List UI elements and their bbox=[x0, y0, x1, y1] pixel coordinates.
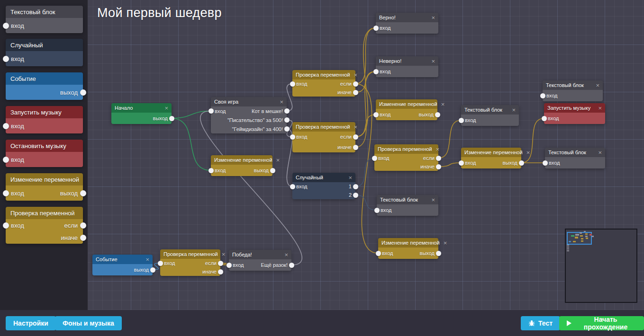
node-n_zapustit[interactable]: Запустить музыку×вход bbox=[544, 103, 605, 124]
node-n_izm_mid[interactable]: Изменение переменной×входвыход bbox=[376, 99, 437, 120]
start-playthrough-button[interactable]: Начать прохождение bbox=[559, 316, 644, 330]
close-icon[interactable]: × bbox=[512, 107, 516, 113]
node-n_tb_tr[interactable]: Текстовый блок×вход bbox=[543, 80, 603, 101]
close-icon[interactable]: × bbox=[526, 150, 530, 156]
input-port[interactable] bbox=[459, 160, 464, 166]
minimap[interactable] bbox=[565, 229, 637, 303]
settings-button[interactable]: Настройки bbox=[6, 316, 56, 330]
node-n_pobeda[interactable]: Победа!×входЕщё разок! bbox=[229, 250, 291, 271]
output-port[interactable] bbox=[353, 193, 358, 198]
output-port[interactable] bbox=[436, 156, 441, 161]
output-port[interactable] bbox=[80, 222, 86, 229]
node-n_tb_sl[interactable]: Текстовый блок×вход bbox=[377, 195, 438, 216]
input-port[interactable] bbox=[372, 156, 377, 161]
input-port[interactable] bbox=[3, 123, 9, 129]
input-port[interactable] bbox=[459, 118, 464, 123]
output-port[interactable] bbox=[519, 160, 524, 166]
node-n_prov2[interactable]: Проверка переменной×входеслииначе bbox=[292, 122, 355, 152]
output-port[interactable] bbox=[436, 251, 441, 256]
close-icon[interactable]: × bbox=[598, 150, 602, 156]
input-port[interactable] bbox=[290, 184, 295, 189]
input-port[interactable] bbox=[3, 56, 9, 62]
palette-item-p_text[interactable]: Текстовый блоквход bbox=[6, 6, 83, 33]
close-icon[interactable]: × bbox=[164, 105, 168, 111]
close-icon[interactable]: × bbox=[354, 124, 358, 130]
node-n_start[interactable]: Начало×выход bbox=[111, 103, 172, 124]
node-n_prov_bl[interactable]: Проверка переменной×входеслииначе bbox=[160, 249, 220, 276]
node-n_tb_br[interactable]: Текстовый блок×вход bbox=[545, 148, 605, 168]
node-n_tb_mid[interactable]: Текстовый блок×вход bbox=[461, 105, 519, 126]
close-icon[interactable]: × bbox=[598, 105, 602, 111]
input-port[interactable] bbox=[3, 190, 9, 196]
input-port[interactable] bbox=[542, 116, 547, 121]
input-port[interactable] bbox=[376, 251, 381, 256]
node-n_prov3[interactable]: Проверка переменной×входеслииначе bbox=[374, 144, 438, 171]
input-port[interactable] bbox=[227, 263, 232, 268]
close-icon[interactable]: × bbox=[348, 175, 352, 181]
input-port[interactable] bbox=[374, 208, 380, 213]
node-n_neverno[interactable]: Неверно!×вход bbox=[376, 56, 438, 77]
input-port[interactable] bbox=[3, 23, 9, 29]
output-port[interactable] bbox=[80, 235, 86, 241]
close-icon[interactable]: × bbox=[284, 252, 288, 258]
output-port[interactable] bbox=[169, 116, 174, 121]
close-icon[interactable]: × bbox=[444, 240, 447, 246]
node-n_izm1[interactable]: Изменение переменной×входвыход bbox=[211, 155, 272, 176]
input-port[interactable] bbox=[3, 157, 9, 163]
palette-item-p_stop[interactable]: Остановить музыкувход bbox=[6, 140, 83, 167]
node-n_izm5[interactable]: Изменение переменной×входвыход bbox=[378, 238, 438, 259]
output-port[interactable] bbox=[284, 117, 290, 123]
palette-item-p_setvar[interactable]: Изменение переменнойвходвыход bbox=[6, 173, 83, 201]
close-icon[interactable]: × bbox=[222, 251, 226, 257]
input-port[interactable] bbox=[3, 222, 9, 229]
palette-item-p_play[interactable]: Запустить музыкувход bbox=[6, 106, 83, 133]
node-n_verno[interactable]: Верно!×вход bbox=[376, 13, 438, 34]
input-port[interactable] bbox=[373, 69, 379, 74]
node-n_sluch[interactable]: Случайный×вход12 bbox=[292, 173, 355, 199]
output-port[interactable] bbox=[435, 112, 440, 117]
test-button[interactable]: Тест bbox=[521, 316, 560, 330]
output-port[interactable] bbox=[284, 126, 290, 132]
input-port[interactable] bbox=[290, 81, 295, 87]
input-port[interactable] bbox=[209, 108, 214, 114]
node-n_svoya[interactable]: Своя игра×входКот в мешке!"Писательство"… bbox=[211, 97, 287, 133]
output-port[interactable] bbox=[270, 168, 275, 173]
output-port[interactable] bbox=[353, 134, 358, 140]
output-port[interactable] bbox=[289, 263, 294, 268]
output-port[interactable] bbox=[218, 269, 223, 274]
output-port[interactable] bbox=[80, 190, 86, 196]
close-icon[interactable]: × bbox=[596, 82, 599, 88]
input-port[interactable] bbox=[373, 26, 379, 31]
output-port[interactable] bbox=[284, 108, 290, 114]
input-port[interactable] bbox=[540, 93, 545, 98]
close-icon[interactable]: × bbox=[145, 256, 149, 263]
output-port[interactable] bbox=[353, 81, 358, 87]
palette-item-p_rand[interactable]: Случайныйвход bbox=[6, 39, 83, 66]
output-port[interactable] bbox=[150, 267, 155, 273]
input-port[interactable] bbox=[209, 168, 214, 173]
output-port[interactable] bbox=[353, 90, 358, 95]
input-port[interactable] bbox=[543, 160, 548, 166]
close-icon[interactable]: × bbox=[431, 197, 435, 203]
output-port[interactable] bbox=[353, 145, 358, 150]
close-icon[interactable]: × bbox=[276, 157, 280, 163]
input-port[interactable] bbox=[158, 261, 163, 266]
close-icon[interactable]: × bbox=[354, 72, 358, 78]
minimap-viewport[interactable] bbox=[567, 232, 592, 245]
output-port[interactable] bbox=[80, 89, 86, 96]
node-n_prov1[interactable]: Проверка переменной×входеслииначе bbox=[292, 70, 355, 97]
input-port[interactable] bbox=[373, 112, 379, 117]
close-icon[interactable]: × bbox=[431, 15, 435, 21]
palette-item-p_check[interactable]: Проверка переменнойвходеслииначе bbox=[6, 207, 83, 244]
close-icon[interactable]: × bbox=[280, 99, 283, 105]
palette-item-p_event[interactable]: Событиевыход bbox=[6, 72, 83, 100]
close-icon[interactable]: × bbox=[436, 146, 440, 152]
backgrounds-music-button[interactable]: Фоны и музыка bbox=[55, 316, 122, 330]
node-n_sobytie[interactable]: Событие×выход bbox=[92, 255, 153, 275]
node-n_izm4[interactable]: Изменение переменной×входвыход bbox=[461, 148, 521, 168]
output-port[interactable] bbox=[436, 164, 441, 169]
output-port[interactable] bbox=[218, 261, 223, 266]
close-icon[interactable]: × bbox=[431, 58, 435, 64]
output-port[interactable] bbox=[353, 184, 358, 189]
input-port[interactable] bbox=[290, 134, 295, 140]
